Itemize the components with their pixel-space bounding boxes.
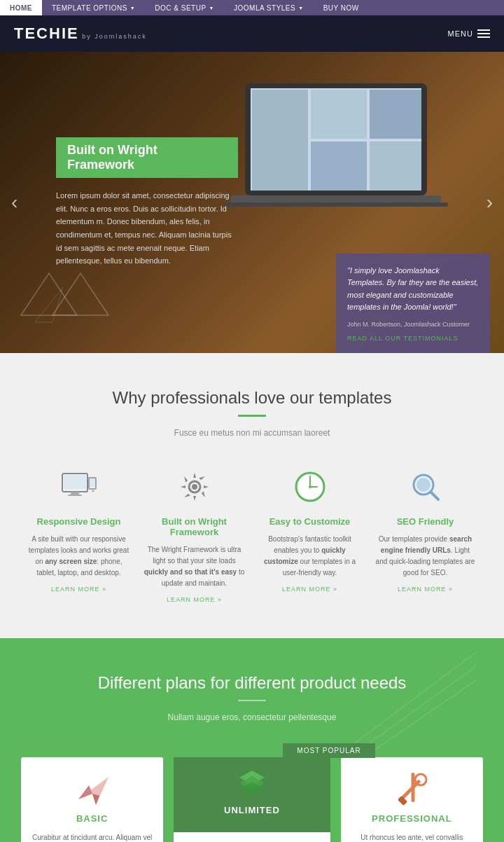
svg-line-29 bbox=[336, 652, 476, 757]
nav-doc-setup[interactable]: DOC & SETUP▼ bbox=[145, 0, 224, 15]
menu-label: MENU bbox=[448, 29, 473, 38]
hero-content: Built on Wright Framework Lorem ipsum do… bbox=[0, 137, 294, 268]
svg-marker-9 bbox=[21, 273, 77, 315]
testimonial-quote: "I simply love Joomlashack Templates. By… bbox=[347, 265, 479, 314]
features-grid: Responsive Design A site built with our … bbox=[28, 466, 476, 603]
svg-marker-11 bbox=[35, 287, 63, 322]
menu-button[interactable]: MENU bbox=[448, 29, 490, 38]
svg-rect-4 bbox=[370, 90, 421, 139]
feature-wright: Built on Wright Framework The Wright Fra… bbox=[144, 466, 245, 603]
plan-unlimited: UNLIMITED For designers Sed nisl diam, l… bbox=[174, 757, 330, 842]
feature-desc-seo: Our templates provide search engine frie… bbox=[374, 534, 476, 579]
svg-rect-18 bbox=[92, 490, 94, 492]
hero-section: Built on Wright Framework Lorem ipsum do… bbox=[0, 52, 504, 353]
logo-sub: by Joomlashack bbox=[82, 33, 147, 40]
why-subtitle: Fusce eu metus non mi accumsan laoreet bbox=[28, 428, 476, 438]
monitor-icon bbox=[58, 466, 100, 508]
testimonial-author: John M. Robertson, Joomlashack Customer bbox=[347, 321, 479, 328]
feature-learn-more-wright[interactable]: LEARN MORE » bbox=[144, 596, 245, 603]
layers-icon bbox=[234, 766, 270, 801]
svg-rect-3 bbox=[311, 90, 367, 139]
hero-next-button[interactable]: › bbox=[486, 191, 493, 214]
clock-icon bbox=[289, 466, 331, 508]
logo-text: TECHIE bbox=[14, 25, 79, 42]
feature-title-wright: Built on Wright Framework bbox=[144, 516, 245, 537]
feature-title-customize: Easy to Customize bbox=[259, 516, 360, 527]
dropdown-arrow: ▼ bbox=[298, 6, 303, 11]
svg-line-38 bbox=[401, 782, 419, 799]
plan-professional-desc: Ut rhoncus leo ante, vel convallis liber… bbox=[352, 832, 472, 842]
plans-section: Different plans for different product ne… bbox=[0, 638, 504, 842]
svg-marker-32 bbox=[78, 777, 108, 805]
feature-title-seo: SEO Friendly bbox=[374, 516, 476, 527]
svg-rect-15 bbox=[68, 495, 82, 496]
paper-plane-icon bbox=[75, 771, 110, 806]
svg-rect-14 bbox=[71, 492, 79, 495]
feature-learn-more-responsive[interactable]: LEARN MORE » bbox=[28, 586, 130, 593]
svg-point-25 bbox=[309, 485, 312, 488]
nav-joomla-styles[interactable]: JOOMLA STYLES▼ bbox=[224, 0, 314, 15]
testimonial-read-more[interactable]: READ ALL OUR TESTIMONIALS bbox=[347, 335, 479, 342]
hero-badge: Built on Wright Framework bbox=[56, 137, 238, 178]
feature-customize: Easy to Customize Bootstrap's fantastic … bbox=[259, 466, 360, 603]
dropdown-arrow: ▼ bbox=[130, 6, 135, 11]
svg-marker-33 bbox=[78, 785, 92, 799]
hamburger-icon bbox=[477, 29, 490, 38]
why-section: Why professionals love our templates Fus… bbox=[0, 353, 504, 638]
gear-icon bbox=[174, 466, 216, 508]
plans-grid-wrapper: MOST POPULAR bbox=[283, 743, 374, 757]
dropdown-arrow: ▼ bbox=[209, 6, 214, 11]
plan-professional: PROFESSIONAL Ut rhoncus leo ante, vel co… bbox=[341, 757, 483, 842]
plan-basic: BASIC Curabitur at tincidunt arcu. Aliqu… bbox=[21, 757, 163, 842]
hero-text: Lorem ipsum dolor sit amet, consectetur … bbox=[56, 189, 238, 268]
search-icon bbox=[405, 466, 447, 508]
nav-buy-now[interactable]: BUY NOW bbox=[314, 0, 369, 15]
plans-grid: BASIC Curabitur at tincidunt arcu. Aliqu… bbox=[21, 757, 483, 842]
feature-responsive: Responsive Design A site built with our … bbox=[28, 466, 130, 603]
svg-rect-5 bbox=[311, 142, 367, 191]
logo: TECHIE by Joomlashack bbox=[14, 25, 147, 43]
why-title: Why professionals love our templates bbox=[28, 388, 476, 408]
nav-home[interactable]: HOME bbox=[0, 0, 42, 15]
plan-basic-desc: Curabitur at tincidunt arcu. Aliquam vel… bbox=[32, 832, 152, 842]
feature-desc-wright: The Wright Framework is ultra light so t… bbox=[144, 544, 245, 589]
svg-line-28 bbox=[430, 492, 438, 499]
svg-point-39 bbox=[415, 774, 426, 785]
main-nav: HOME TEMPLATE OPTIONS▼ DOC & SETUP▼ JOOM… bbox=[0, 0, 504, 15]
testimonial-box: "I simply love Joomlashack Templates. By… bbox=[336, 254, 490, 353]
why-divider bbox=[238, 415, 266, 417]
svg-rect-17 bbox=[90, 478, 95, 487]
hero-prev-button[interactable]: ‹ bbox=[11, 191, 18, 214]
svg-rect-6 bbox=[370, 142, 421, 191]
feature-title-responsive: Responsive Design bbox=[28, 516, 130, 527]
plans-divider bbox=[238, 700, 266, 701]
plan-unlimited-header: UNLIMITED bbox=[174, 757, 330, 832]
wrench-icon bbox=[394, 771, 429, 806]
feature-seo: SEO Friendly Our templates provide searc… bbox=[374, 466, 476, 603]
plan-basic-name: BASIC bbox=[32, 813, 152, 824]
feature-learn-more-customize[interactable]: LEARN MORE » bbox=[259, 586, 360, 593]
svg-line-31 bbox=[364, 680, 476, 757]
site-header: TECHIE by Joomlashack MENU bbox=[0, 15, 504, 52]
feature-desc-customize: Bootstrap's fantastic toolkit enables yo… bbox=[259, 534, 360, 579]
plan-professional-name: PROFESSIONAL bbox=[352, 813, 472, 824]
feature-learn-more-seo[interactable]: LEARN MORE » bbox=[374, 586, 476, 593]
svg-point-27 bbox=[416, 478, 430, 492]
feature-desc-responsive: A site built with our responsive templat… bbox=[28, 534, 130, 579]
plan-unlimited-name: UNLIMITED bbox=[182, 805, 322, 815]
most-popular-badge: MOST POPULAR bbox=[283, 743, 374, 758]
nav-template-options[interactable]: TEMPLATE OPTIONS▼ bbox=[42, 0, 145, 15]
svg-rect-41 bbox=[398, 796, 407, 806]
svg-rect-13 bbox=[64, 475, 86, 489]
svg-point-20 bbox=[192, 484, 197, 490]
